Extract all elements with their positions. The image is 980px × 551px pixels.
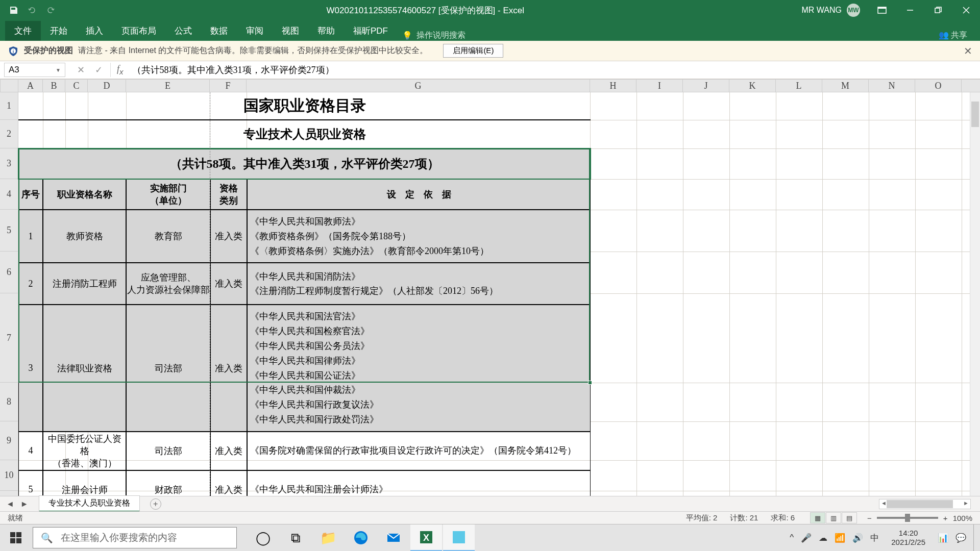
tab-view[interactable]: 视图 [273, 21, 308, 41]
next-sheet-icon[interactable]: ► [20, 499, 29, 509]
cell[interactable]: 教师资格 [43, 210, 126, 263]
col-header-J[interactable]: J [683, 80, 729, 92]
select-all-corner[interactable] [0, 79, 18, 92]
undo-icon[interactable] [26, 4, 38, 16]
cell[interactable]: 《国务院对确需保留的行政审批项目设定行政许可的决定》（国务院令第412号） [247, 432, 591, 470]
ribbon-display-icon[interactable] [868, 0, 896, 20]
edge-icon[interactable] [345, 524, 377, 552]
col-header-H[interactable]: H [590, 80, 636, 92]
redo-icon[interactable] [44, 4, 57, 16]
col-header-K[interactable]: K [729, 80, 776, 92]
scrollbar-thumb[interactable] [971, 102, 979, 127]
minimize-icon[interactable] [896, 0, 924, 20]
cell[interactable]: 资格类别 [210, 179, 247, 210]
tab-insert[interactable]: 插入 [77, 21, 112, 41]
column-headers[interactable]: ABCDEFGHIJKLMNO [18, 79, 980, 92]
zoom-level[interactable]: 100% [953, 514, 972, 522]
mail-icon[interactable] [378, 524, 409, 552]
col-header-M[interactable]: M [822, 80, 869, 92]
zoom-slider[interactable] [877, 517, 938, 519]
scrollbar-thumb[interactable] [887, 500, 953, 508]
maximize-icon[interactable] [924, 0, 952, 20]
scroll-right-icon[interactable]: ► [963, 500, 969, 506]
row-header-8[interactable]: 8 [0, 383, 18, 421]
cell[interactable]: 3 [18, 305, 43, 431]
col-header-F[interactable]: F [210, 80, 247, 92]
tab-file[interactable]: 文件 [5, 21, 41, 41]
cell[interactable]: 4 [18, 432, 43, 470]
col-header-G[interactable]: G [247, 80, 590, 92]
cell[interactable]: 法律职业资格 [43, 305, 126, 431]
row-header-3[interactable]: 3 [0, 148, 18, 179]
tray-ime[interactable]: 中 [870, 532, 879, 544]
col-header-L[interactable]: L [776, 80, 822, 92]
cell[interactable]: 2 [18, 263, 43, 305]
cell[interactable]: 专业技术人员职业资格 [18, 120, 591, 148]
row-headers[interactable]: 12345678910 [0, 92, 18, 523]
cell[interactable]: 1 [18, 210, 43, 263]
col-header-I[interactable]: I [636, 80, 683, 92]
tray-clock[interactable]: 14:20 2021/2/25 [886, 529, 930, 547]
row-header-9[interactable]: 9 [0, 421, 18, 460]
view-page-break-icon[interactable]: ▤ [842, 512, 857, 523]
tray-wifi-icon[interactable]: 📶 [835, 533, 845, 543]
zoom-slider-thumb[interactable] [905, 514, 910, 522]
col-header-N[interactable]: N [869, 80, 915, 92]
cell[interactable]: 教育部 [126, 210, 210, 263]
cell[interactable]: 准入类 [210, 305, 247, 431]
formula-input[interactable]: （共计58项。其中准入类31项，水平评价类27项） [130, 64, 980, 76]
zoom-out-icon[interactable]: − [867, 514, 872, 522]
tray-weather-icon[interactable]: ☁ [819, 533, 827, 543]
cell[interactable]: 司法部 [126, 305, 210, 431]
save-icon[interactable] [8, 4, 20, 16]
start-button[interactable] [0, 524, 32, 552]
tray-icon-1[interactable]: 📊 [938, 533, 948, 543]
cell[interactable]: 应急管理部、人力资源社会保障部 [126, 263, 210, 305]
cell[interactable]: 注册消防工程师 [43, 263, 126, 305]
excel-icon[interactable]: X [410, 524, 442, 552]
tab-foxit[interactable]: 福昕PDF [344, 21, 397, 41]
tab-review[interactable]: 审阅 [237, 21, 273, 41]
prev-sheet-icon[interactable]: ◄ [6, 499, 14, 509]
row-header-4[interactable]: 4 [0, 179, 18, 210]
taskbar-search[interactable]: 🔍 在这里输入你要搜索的内容 [33, 527, 237, 548]
cell[interactable]: 实施部门（单位） [126, 179, 210, 210]
show-desktop-button[interactable] [973, 524, 977, 552]
cell[interactable]: 职业资格名称 [43, 179, 126, 210]
task-view-icon[interactable]: ⧉ [280, 524, 311, 552]
zoom-in-icon[interactable]: + [943, 514, 948, 522]
cell[interactable]: 《中华人民共和国消防法》《注册消防工程师制度暂行规定》（人社部发〔2012〕56… [247, 263, 591, 305]
row-header-7[interactable]: 7 [0, 293, 18, 383]
tray-notifications-icon[interactable]: 💬 [955, 533, 966, 543]
cell[interactable]: 准入类 [210, 263, 247, 305]
cell[interactable]: 《中华人民共和国教师法》《教师资格条例》（国务院令第188号）《〈教师资格条例〉… [247, 210, 591, 263]
name-box[interactable]: A3 ▼ [4, 63, 65, 77]
enable-editing-button[interactable]: 启用编辑(E) [443, 44, 503, 58]
cell[interactable]: 准入类 [210, 210, 247, 263]
tray-chevron-icon[interactable]: ^ [790, 533, 794, 543]
row-header-1[interactable]: 1 [0, 92, 18, 120]
view-page-layout-icon[interactable]: ▥ [826, 512, 841, 523]
col-header-B[interactable]: B [43, 80, 65, 92]
fx-icon[interactable]: fx [111, 64, 130, 76]
cell[interactable]: 设 定 依 据 [247, 179, 591, 210]
cell[interactable]: 国家职业资格目录 [18, 92, 591, 120]
cell[interactable]: （共计58项。其中准入类31项，水平评价类27项） [18, 148, 591, 179]
tab-data[interactable]: 数据 [201, 21, 237, 41]
file-explorer-icon[interactable]: 📁 [312, 524, 344, 552]
tab-home[interactable]: 开始 [41, 21, 77, 41]
close-icon[interactable] [952, 0, 980, 20]
cell[interactable]: 准入类 [210, 432, 247, 470]
tray-mic-icon[interactable]: 🎤 [801, 533, 812, 543]
sheet-nav[interactable]: ◄► [0, 499, 35, 509]
user-avatar[interactable]: MW [847, 4, 860, 17]
cortana-icon[interactable]: ◯ [247, 524, 279, 552]
sheet-tab-active[interactable]: 专业技术人员职业资格 [39, 495, 140, 512]
cell[interactable]: 序号 [18, 179, 43, 210]
col-header-E[interactable]: E [126, 80, 210, 92]
row-header-6[interactable]: 6 [0, 252, 18, 293]
vertical-scrollbar[interactable] [970, 92, 980, 508]
fill-handle[interactable] [588, 381, 592, 385]
cell[interactable]: 中国委托公证人资格（香港、澳门） [43, 432, 126, 470]
tray-volume-icon[interactable]: 🔊 [852, 533, 863, 543]
